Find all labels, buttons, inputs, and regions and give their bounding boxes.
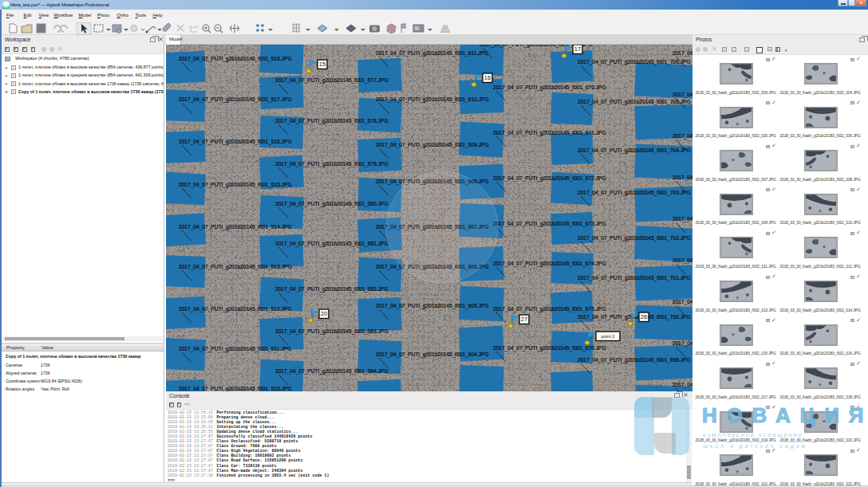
svg-text:2017_04_07_PUTI_g201b20145_f00: 2017_04_07_PUTI_g201b20145_f001_706.JPG <box>578 59 691 65</box>
svg-text:2017_04_07_PUTI_g201b20145_f00: 2017_04_07_PUTI_g201b20145_f001_584.JPG <box>275 368 389 375</box>
svg-text:16: 16 <box>484 74 491 81</box>
svg-text:2017_04_07_PUTI_g201b20145_f00: 2017_04_07_PUTI_g201b20145_f001_605.JPG <box>376 303 489 309</box>
svg-text:2017_04_07_PUTI_g201b20145_f00: 2017_04_07_PUTI_g201b20145_f001_518.JPG <box>179 56 292 62</box>
svg-text:2017_04_07_PU: 2017_04_07_PU <box>673 299 692 305</box>
svg-text:2017_04_07_PU: 2017_04_07_PU <box>673 133 692 139</box>
svg-text:2017_04_07_PUTI_g201b20145_f00: 2017_04_07_PUTI_g201b20145_f001_511.JPG <box>179 346 291 352</box>
svg-text:2017_04_07_PUTI_g201b20145_f00: 2017_04_07_PUTI_g201b20145_f001_704.JPG <box>578 147 691 154</box>
svg-text:2017_04_07_PUTI_g201b20145_f00: 2017_04_07_PUTI_g201b20145_f001_702.JPG <box>578 235 691 242</box>
svg-text:2017_04_07_PUTI_g201b20145_f00: 2017_04_07_PUTI_g201b20145_f001_703.JPG <box>578 190 691 196</box>
svg-text:2017_04_07_PUTI_g201b20145_f00: 2017_04_07_PUTI_g201b20145_f001_610.JPG <box>376 96 489 103</box>
svg-text:2017_04_07_PUTI_g201b20145_f00: 2017_04_07_PUTI_g201b20145_f001_578.JPG <box>275 118 389 124</box>
svg-text:2017_04_07_PUTI_g201b20145_f00: 2017_04_07_PUTI_g201b20145_f001_579.JPG <box>275 161 389 167</box>
svg-text:2017_04_07_PUTI_g201b20145_f00: 2017_04_07_PUTI_g201b20145_f001_671.JPG <box>493 130 606 136</box>
svg-text:2017_04_07_PUTI_g201b20145_f00: 2017_04_07_PUTI_g201b20145_f001_517.JPG <box>179 96 292 103</box>
svg-text:2017_04_07_PUTI_g201b20145_f00: 2017_04_07_PUTI_g201b20145_f001_670.JPG <box>493 84 606 91</box>
svg-text:2017_04_07_PUTI_g201b20145_f00: 2017_04_07_PUTI_g201b20145_f001_582.JPG <box>275 286 389 293</box>
svg-text:2017_04_07_PU: 2017_04_07_PU <box>673 340 692 347</box>
svg-text:2017_04_07_PUTI_g201b20145_f00: 2017_04_07_PUTI_g201b20145_f001_513.JPG <box>179 264 292 270</box>
svg-text:point 2: point 2 <box>602 334 615 339</box>
svg-text:2017_04_07_PUTI_g201b20145_f00: 2017_04_07_PUTI_g201b20145_f001_676.JPG <box>493 345 606 352</box>
svg-text:2017_04_07_PU: 2017_04_07_PU <box>673 257 692 264</box>
svg-text:2017_04_07_PUTI_g201b20145_f00: 2017_04_07_PUTI_g201b20145_f001_510.JPG <box>179 386 292 392</box>
svg-text:2017_04_07_PUTI_g201b20145_f00: 2017_04_07_PUTI_g201b20145_f001_673.JPG <box>493 221 606 227</box>
svg-text:2017_04_07_PUTI_g201b20145_f00: 2017_04_07_PUTI_g201b20145_f001_581.JPG <box>275 241 389 247</box>
svg-text:2017_04_07_PUTI_g201b20145_f00: 2017_04_07_PUTI_g201b20145_f001_705.JPG <box>578 99 691 105</box>
svg-text:2017_04_07_PUTI_g201b20145_f00: 2017_04_07_PUTI_g201b20145_f001_701.JPG <box>578 275 691 281</box>
svg-text:2017_04_07_PU: 2017_04_07_PU <box>673 50 692 57</box>
svg-text:2017_04_07_PUTI_g201b20145_f00: 2017_04_07_PUTI_g201b20145_f001_604.JPG <box>376 352 489 358</box>
svg-text:2017_04_07_PU: 2017_04_07_PU <box>673 175 692 181</box>
svg-text:2017_04_07_PU: 2017_04_07_PU <box>673 382 692 388</box>
svg-text:2017_04_07_PUTI_g201b20145_f00: 2017_04_07_PUTI_g201b20145_f001_674.JPG <box>493 261 606 267</box>
svg-text:15: 15 <box>319 61 326 68</box>
svg-text:2017_04_07_PUTI_g201b20145_f00: 2017_04_07_PUTI_g201b20145_f001_611.JPG <box>376 50 488 57</box>
svg-text:17: 17 <box>574 45 581 53</box>
svg-text:2017_04_07_PUTI_g201b20145_f00: 2017_04_07_PUTI_g201b20145_f001_675.JPG <box>493 306 606 312</box>
svg-text:2017_04_07_PU: 2017_04_07_PU <box>673 216 692 222</box>
svg-text:2017_04_07_PU: 2017_04_07_PU <box>673 92 692 98</box>
svg-text:20: 20 <box>321 310 327 317</box>
svg-text:2017_04_07_PUTI_g201b20145_f00: 2017_04_07_PUTI_g201b20145_f001_515.JPG <box>179 182 292 188</box>
svg-text:26: 26 <box>641 313 647 320</box>
svg-text:2017_04_07_PUTI_g201b20145_f00: 2017_04_07_PUTI_g201b20145_f001_580.JPG <box>275 201 389 207</box>
svg-text:2017_04_07_PUTI_g201b20145_f00: 2017_04_07_PUTI_g201b20145_f001_672.JPG <box>493 175 606 182</box>
svg-text:2017_04_07_PUTI_g201b20145_f00: 2017_04_07_PUTI_g201b20145_f001_512.JPG <box>179 306 292 312</box>
svg-text:2017_04_07_PUTI_g201b20145_f00: 2017_04_07_PUTI_g201b20145_f001_516.JPG <box>179 139 292 145</box>
svg-text:2017_04_07_PUTI_g201b20145_f00: 2017_04_07_PUTI_g201b20145_f001_583.JPG <box>275 328 389 335</box>
svg-text:2017_04_07_PUTI_g201b20145_f00: 2017_04_07_PUTI_g201b20145_f001_577.JPG <box>275 77 389 84</box>
svg-text:2017_04_07_PUTI_g201b20145_f00: 2017_04_07_PUTI_g201b20145_f001_699.JPG <box>578 357 691 363</box>
svg-text:2017_04_07_PUTI_g201b20145_f00: 2017_04_07_PUTI_g201b20145_f001_514.JPG <box>179 224 292 230</box>
svg-text:2017_04_07_PUTI_g201b20145_f00: 2017_04_07_PUTI_g201b20145_f001_609.JPG <box>376 142 489 148</box>
svg-text:27: 27 <box>521 316 527 323</box>
